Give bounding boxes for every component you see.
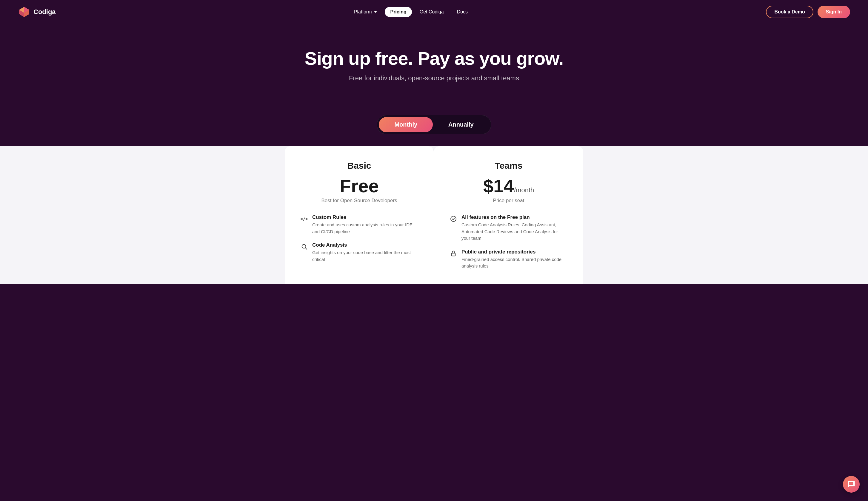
basic-features-list: </> Custom Rules Create and uses custom …: [300, 214, 418, 263]
search-icon: [300, 243, 308, 250]
nav-pricing[interactable]: Pricing: [385, 7, 412, 17]
basic-plan-price: Free: [300, 177, 418, 195]
code-icon: </>: [300, 215, 308, 223]
hero-section: Sign up free. Pay as you grow. Free for …: [0, 24, 868, 100]
monthly-toggle-button[interactable]: Monthly: [379, 117, 433, 132]
hero-subheading: Free for individuals, open-source projec…: [6, 74, 862, 82]
teams-plan-price: $14/month: [449, 177, 568, 195]
logo-icon: [18, 6, 31, 18]
nav-actions: Book a Demo Sign In: [766, 6, 850, 18]
teams-plan-card: Teams $14/month Price per seat All featu…: [434, 146, 583, 284]
list-item: Public and private repositories Fined-gr…: [449, 249, 568, 270]
billing-toggle-container: Monthly Annually: [0, 115, 868, 134]
nav-get-codiga[interactable]: Get Codiga: [414, 7, 449, 17]
nav-platform[interactable]: Platform: [349, 7, 383, 17]
svg-rect-8: [452, 253, 455, 256]
cards-wrapper: Basic Free Best for Open Source Develope…: [255, 146, 613, 284]
lock-icon: [449, 249, 457, 257]
chat-bubble-button[interactable]: [843, 476, 860, 493]
navbar: Codiga Platform Pricing Get Codiga Docs …: [0, 0, 868, 24]
svg-line-6: [305, 248, 307, 249]
sign-in-button[interactable]: Sign In: [817, 6, 850, 18]
nav-links: Platform Pricing Get Codiga Docs: [349, 7, 473, 17]
logo-link[interactable]: Codiga: [18, 6, 56, 18]
basic-plan-name: Basic: [300, 161, 418, 171]
list-item: All features on the Free plan Custom Cod…: [449, 214, 568, 242]
billing-toggle: Monthly Annually: [377, 115, 491, 134]
basic-plan-card: Basic Free Best for Open Source Develope…: [285, 146, 434, 284]
book-demo-button[interactable]: Book a Demo: [766, 6, 813, 18]
teams-plan-label: Price per seat: [449, 198, 568, 204]
chat-icon: [847, 480, 856, 489]
list-item: </> Custom Rules Create and uses custom …: [300, 214, 418, 235]
teams-plan-name: Teams: [449, 161, 568, 171]
basic-plan-label: Best for Open Source Developers: [300, 198, 418, 204]
pricing-section: Basic Free Best for Open Source Develope…: [0, 146, 868, 284]
list-item: Code Analysis Get insights on your code …: [300, 242, 418, 263]
svg-point-7: [451, 216, 456, 222]
logo-text: Codiga: [33, 8, 56, 16]
annually-toggle-button[interactable]: Annually: [433, 117, 489, 132]
teams-features-list: All features on the Free plan Custom Cod…: [449, 214, 568, 270]
check-circle-icon: [449, 215, 457, 223]
hero-heading: Sign up free. Pay as you grow.: [6, 48, 862, 69]
platform-chevron-icon: [374, 11, 377, 13]
nav-docs[interactable]: Docs: [452, 7, 473, 17]
